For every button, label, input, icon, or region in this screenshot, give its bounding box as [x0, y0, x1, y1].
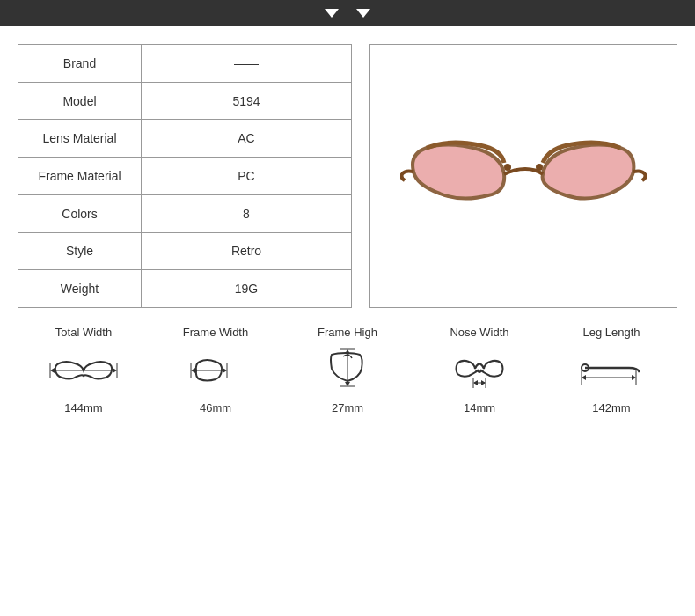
table-row: Model5194	[18, 82, 352, 120]
table-cell-value: 5194	[142, 82, 352, 120]
dimension-item: Frame High 27mm	[295, 326, 400, 414]
svg-marker-20	[481, 380, 486, 385]
svg-marker-25	[582, 375, 586, 380]
frame-high-icon	[312, 346, 383, 394]
dimension-value: 142mm	[592, 401, 630, 414]
table-row: Weight19G	[18, 270, 352, 308]
total-width-icon	[48, 346, 119, 394]
svg-marker-14	[345, 382, 350, 386]
svg-marker-3	[50, 368, 55, 373]
table-row: Lens MaterialAC	[18, 120, 352, 158]
table-cell-label: Frame Material	[18, 158, 142, 195]
info-table: Brand——Model5194Lens MaterialACFrame Mat…	[18, 44, 352, 308]
frame-width-icon	[180, 346, 251, 394]
dimension-value: 14mm	[464, 401, 495, 414]
dimension-label: Nose Width	[450, 326, 508, 339]
sunglasses-image	[400, 106, 647, 246]
table-row: StyleRetro	[18, 232, 352, 270]
svg-marker-13	[345, 349, 350, 354]
dimension-value: 46mm	[200, 401, 231, 414]
dimension-item: Leg Length 142mm	[559, 326, 664, 414]
leg-length-icon	[576, 346, 647, 394]
dimension-value: 144mm	[64, 401, 102, 414]
dimensions-section: Total Width 144mmFrame Width	[0, 317, 695, 432]
svg-marker-9	[223, 368, 227, 373]
table-row: Frame MaterialPC	[18, 158, 352, 195]
table-row: Colors8	[18, 194, 352, 232]
nose-width-icon	[444, 346, 515, 394]
table-cell-value: PC	[142, 158, 352, 195]
table-cell-value: 19G	[142, 270, 352, 308]
svg-marker-26	[632, 375, 636, 380]
svg-marker-19	[473, 380, 478, 385]
dimension-label: Frame High	[318, 326, 377, 339]
header-triangle-right	[356, 9, 370, 18]
svg-point-0	[536, 164, 543, 171]
table-cell-label: Lens Material	[18, 120, 142, 158]
svg-point-1	[504, 164, 511, 171]
dimension-label: Leg Length	[582, 326, 640, 339]
table-cell-value: Retro	[142, 232, 352, 270]
table-cell-label: Style	[18, 232, 142, 270]
svg-marker-4	[113, 368, 117, 373]
table-cell-label: Model	[18, 82, 142, 120]
dimension-item: Nose Width 14mm	[427, 326, 532, 414]
dimension-label: Total Width	[55, 326, 112, 339]
table-cell-value: AC	[142, 120, 352, 158]
table-row: Brand——	[18, 45, 352, 83]
dimension-value: 27mm	[332, 401, 363, 414]
dimension-item: Total Width 144mm	[31, 326, 136, 414]
dimension-item: Frame Width 46mm	[163, 326, 268, 414]
header-triangle-left	[325, 9, 339, 18]
page-wrapper: Brand——Model5194Lens MaterialACFrame Mat…	[0, 0, 695, 616]
table-cell-value: ——	[142, 45, 352, 83]
table-cell-value: 8	[142, 194, 352, 232]
product-image-box	[369, 44, 677, 308]
header	[0, 0, 695, 26]
table-cell-label: Weight	[18, 270, 142, 308]
main-content: Brand——Model5194Lens MaterialACFrame Mat…	[0, 26, 695, 317]
dimension-label: Frame Width	[183, 326, 248, 339]
svg-marker-8	[191, 368, 195, 373]
table-cell-label: Colors	[18, 194, 142, 232]
table-cell-label: Brand	[18, 45, 142, 83]
